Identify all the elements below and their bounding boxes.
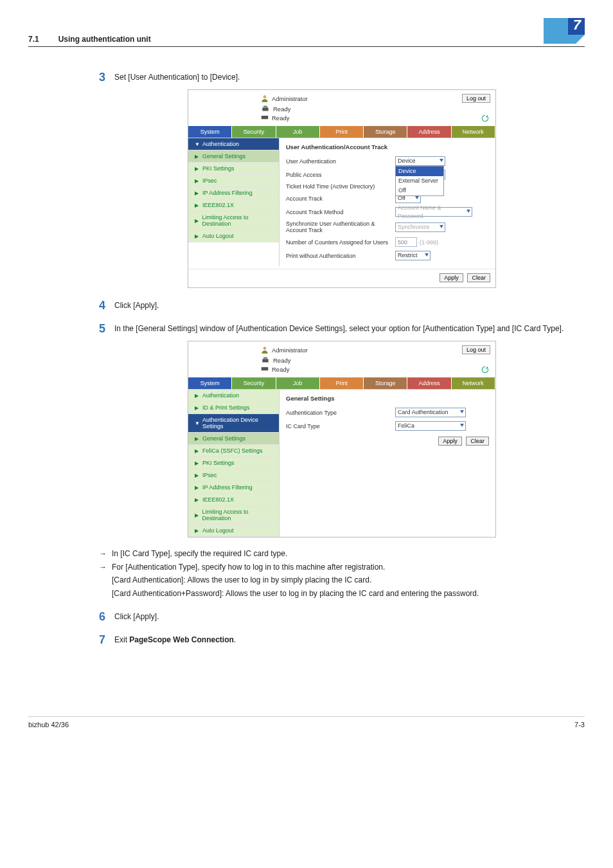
footer-left: bizhub 42/36 (28, 721, 69, 728)
sidebar-item-general[interactable]: ▶General Settings (188, 150, 279, 163)
sidebar-item-authentication[interactable]: ▶Authentication (188, 390, 279, 402)
tab-network[interactable]: Network (452, 377, 495, 389)
tab-storage[interactable]: Storage (364, 126, 407, 138)
sync-select[interactable]: Synchronize (395, 222, 445, 232)
sidebar-item-ipsec[interactable]: ▶IPsec (188, 175, 279, 187)
apply-button[interactable]: Apply (438, 437, 462, 446)
sidebar-label: PKI Settings (202, 165, 235, 172)
logout-button[interactable]: Log out (462, 94, 490, 103)
print-without-auth-select[interactable]: Restrict (395, 251, 431, 260)
panel-heading: General Settings (286, 395, 489, 402)
substep-a: In [IC Card Type], specify the required … (112, 548, 287, 560)
sidebar-label: PKI Settings (202, 460, 235, 466)
svg-rect-7 (262, 367, 269, 370)
user-auth-selected: Device (398, 157, 416, 165)
sidebar-item-ip-filtering[interactable]: ▶IP Address Filtering (188, 482, 279, 494)
step-number-5: 5 (99, 323, 114, 334)
public-access-label: Public Access (286, 172, 395, 178)
sidebar-item-auto-logout[interactable]: ▶Auto Logout (188, 230, 279, 242)
step-text-5: In the [General Settings] window of [Aut… (114, 323, 585, 334)
sidebar-label: FeliCa (SSFC) Settings (202, 448, 263, 454)
user-auth-option-external[interactable]: External Server (396, 176, 443, 186)
step-number-6: 6 (99, 611, 114, 622)
sidebar-label: IP Address Filtering (202, 484, 253, 491)
section-number: 7.1 (28, 35, 39, 44)
svg-point-0 (263, 95, 267, 98)
svg-rect-6 (263, 357, 267, 359)
account-track-method-label: Account Track Method (286, 209, 395, 215)
step-text-7: Exit PageScope Web Connection. (114, 634, 585, 646)
counters-input[interactable] (395, 237, 417, 247)
tab-address[interactable]: Address (407, 126, 451, 138)
status-ready-printer: Ready (260, 356, 290, 365)
sidebar-item-authentication[interactable]: ▼Authentication (188, 138, 279, 150)
sidebar-item-limiting-access[interactable]: ▶Limiting Access to Destination (188, 212, 279, 230)
sidebar-item-pki[interactable]: ▶PKI Settings (188, 163, 279, 175)
status-ready-scanner: Ready (260, 113, 290, 122)
tab-job[interactable]: Job (276, 126, 320, 138)
ic-card-type-select[interactable]: FeliCa (395, 421, 466, 431)
scanner-icon (260, 113, 269, 122)
step7-prefix: Exit (114, 635, 129, 644)
sync-value: Synchronize (398, 223, 430, 231)
sidebar-item-ip-filtering[interactable]: ▶IP Address Filtering (188, 187, 279, 199)
clear-button[interactable]: Clear (467, 273, 490, 282)
scanner-icon (260, 365, 269, 374)
sidebar-label: Auto Logout (202, 233, 234, 239)
sidebar-item-auth-device[interactable]: ▼Authentication Device Settings (188, 414, 279, 433)
sidebar-label: IPsec (202, 177, 217, 184)
step-number-7: 7 (99, 634, 114, 646)
svg-rect-3 (262, 116, 269, 119)
svg-rect-5 (262, 359, 268, 362)
panel-heading: User Authentication/Account Track (286, 143, 489, 150)
auth-type-select[interactable]: Card Authentication (395, 408, 466, 417)
user-auth-option-off[interactable]: Off (396, 186, 443, 195)
sidebar-item-pki[interactable]: ▶PKI Settings (188, 457, 279, 469)
svg-point-4 (263, 347, 267, 350)
step7-suffix: . (234, 635, 236, 644)
tab-system[interactable]: System (188, 377, 232, 389)
account-track-method-value: Account Name & Password (398, 204, 461, 221)
sidebar-item-id-print[interactable]: ▶ID & Print Settings (188, 402, 279, 414)
user-icon (260, 345, 269, 354)
sidebar-item-felica[interactable]: ▶FeliCa (SSFC) Settings (188, 445, 279, 457)
section-title: Using authentication unit (58, 35, 151, 44)
tab-job[interactable]: Job (276, 377, 320, 389)
tab-print[interactable]: Print (320, 377, 364, 389)
logout-button[interactable]: Log out (462, 345, 490, 354)
sidebar-item-general-settings[interactable]: ▶General Settings (188, 433, 279, 445)
account-track-method-select[interactable]: Account Name & Password (395, 207, 472, 217)
tab-print[interactable]: Print (320, 126, 364, 138)
tab-security[interactable]: Security (232, 377, 276, 389)
apply-button[interactable]: Apply (440, 273, 463, 282)
tab-storage[interactable]: Storage (364, 377, 407, 389)
substep-b3: [Card Authentication+Password]: Allows t… (112, 588, 479, 600)
tab-network[interactable]: Network (452, 126, 495, 138)
clear-button[interactable]: Clear (466, 437, 489, 446)
ic-card-type-value: FeliCa (398, 422, 414, 430)
sidebar-label: IP Address Filtering (202, 190, 253, 196)
refresh-button[interactable] (480, 113, 490, 123)
admin-label: Administrator (260, 94, 308, 103)
sidebar-label: General Settings (202, 153, 245, 159)
sidebar-label: Authentication (202, 141, 239, 147)
admin-label-text: Administrator (272, 95, 308, 102)
user-auth-option-device[interactable]: Device (396, 167, 443, 176)
tab-security[interactable]: Security (232, 126, 276, 138)
user-auth-select[interactable]: Device Device External Server Off (395, 156, 445, 166)
sidebar-item-ieee8021x[interactable]: ▶IEEE802.1X (188, 199, 279, 212)
web-connection-screenshot-1: Administrator Log out Ready Ready (188, 89, 496, 288)
refresh-icon (481, 365, 490, 374)
tab-system[interactable]: System (188, 126, 232, 138)
step-text-6: Click [Apply]. (114, 611, 585, 622)
step-text-3: Set [User Authentication] to [Device]. (114, 71, 585, 83)
sidebar-item-auto-logout[interactable]: ▶Auto Logout (188, 525, 279, 537)
sidebar-item-ieee8021x[interactable]: ▶IEEE802.1X (188, 494, 279, 506)
ticket-label: Ticket Hold Time (Active Directory) (286, 183, 395, 190)
sidebar-label: IEEE802.1X (202, 202, 234, 208)
sidebar-item-ipsec[interactable]: ▶IPsec (188, 469, 279, 482)
refresh-button[interactable] (480, 365, 490, 375)
print-without-auth-value: Restrict (398, 251, 418, 260)
tab-address[interactable]: Address (407, 377, 451, 389)
sidebar-item-limiting-access[interactable]: ▶Limiting Access to Destination (188, 506, 279, 525)
